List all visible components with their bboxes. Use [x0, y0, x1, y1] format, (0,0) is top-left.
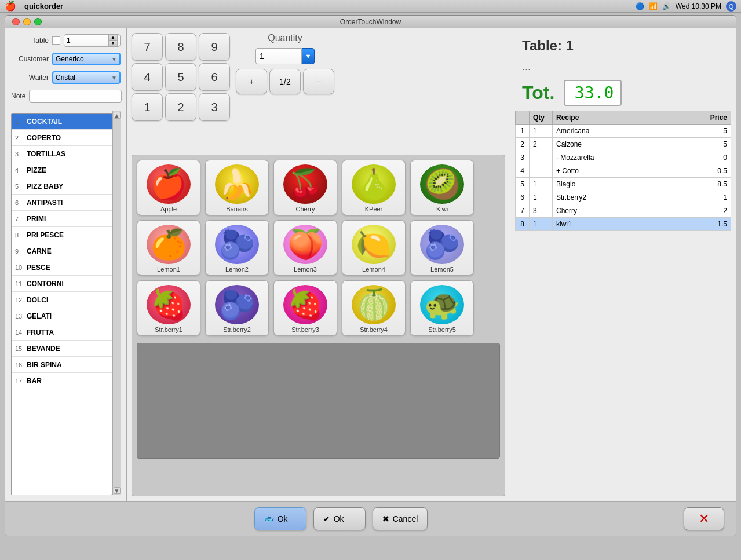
- table-checkbox[interactable]: [52, 36, 60, 45]
- product-item-strberry5[interactable]: 🐢 Str.berry5: [410, 280, 474, 336]
- order-table-row[interactable]: 3 - Mozzarella 0: [516, 151, 731, 164]
- product-icon-lemon4: 🍋: [351, 224, 397, 265]
- note-input[interactable]: [29, 90, 122, 103]
- stepper-down[interactable]: ▼: [108, 41, 118, 46]
- order-table-row[interactable]: 7 3 Cherry 2: [516, 204, 731, 218]
- category-item-pripesce[interactable]: 8 PRI PESCE: [12, 227, 112, 243]
- order-qty: [530, 151, 553, 164]
- table-number-input[interactable]: 1 ▲ ▼: [64, 34, 121, 47]
- category-item-coperto[interactable]: 2 COPERTO: [12, 130, 112, 146]
- scroll-down-arrow[interactable]: ▼: [114, 487, 121, 494]
- numpad-btn-2[interactable]: 2: [165, 93, 196, 121]
- waiter-value: Cristal: [56, 74, 75, 82]
- qty-minus-btn[interactable]: −: [303, 69, 334, 94]
- product-icon-kiwi: 🥝: [419, 164, 465, 204]
- order-tbody: 1 1 Americana 5 2 2 Calzone 5 3 - Mozzar…: [516, 125, 731, 231]
- ok-secondary-button[interactable]: ✔ Ok: [313, 507, 366, 530]
- product-item-banans[interactable]: 🍌 Banans: [205, 160, 269, 215]
- order-row-num: 7: [516, 204, 530, 218]
- order-table-row[interactable]: 8 1 kiwi1 1.5: [516, 218, 731, 231]
- stepper-up[interactable]: ▲: [108, 35, 118, 41]
- minimize-button[interactable]: [23, 18, 31, 25]
- category-item-pesce[interactable]: 10 PESCE: [12, 259, 112, 276]
- product-icon-lemon2: 🫐: [214, 224, 260, 265]
- product-name: Str.berry1: [155, 326, 182, 333]
- numpad-btn-3[interactable]: 3: [199, 93, 230, 121]
- order-table-row[interactable]: 4 + Cotto 0.5: [516, 164, 731, 178]
- category-item-pizze[interactable]: 4 PIZZE: [12, 162, 112, 178]
- category-item-pizzbaby[interactable]: 5 PIZZ BABY: [12, 178, 112, 195]
- apple-menu[interactable]: 🍎: [5, 1, 16, 12]
- customer-select[interactable]: Generico ▼: [52, 53, 121, 65]
- category-item-cocktail[interactable]: 1 COCKTAIL: [12, 114, 112, 130]
- category-row-num: 16: [15, 361, 27, 368]
- cancel-button[interactable]: ✖ Cancel: [373, 507, 428, 530]
- order-price: 0: [702, 151, 731, 164]
- category-scrollbar[interactable]: ▲ ▼: [112, 111, 121, 495]
- category-name: GELATI: [27, 312, 52, 320]
- category-item-bevande[interactable]: 15 BEVANDE: [12, 341, 112, 357]
- product-item-lemon3[interactable]: 🍑 Lemon3: [273, 220, 337, 276]
- product-item-cherry[interactable]: 🍒 Cherry: [273, 160, 337, 215]
- product-name: Apple: [160, 206, 177, 213]
- category-item-contorni[interactable]: 11 CONTORNI: [12, 276, 112, 292]
- category-item-dolci[interactable]: 12 DOLCI: [12, 292, 112, 308]
- category-name: CARNE: [27, 247, 52, 255]
- qty-plus-btn[interactable]: +: [236, 69, 267, 94]
- product-item-lemon5[interactable]: 🫐 Lemon5: [410, 220, 474, 276]
- app-name[interactable]: quickorder: [24, 2, 63, 10]
- product-item-lemon4[interactable]: 🍋 Lemon4: [342, 220, 406, 276]
- category-item-frutta[interactable]: 14 FRUTTA: [12, 324, 112, 341]
- category-item-bar[interactable]: 17 BAR: [12, 373, 112, 389]
- product-item-kiwi[interactable]: 🥝 Kiwi: [410, 160, 474, 215]
- col-header-price: Price: [702, 111, 731, 125]
- product-item-lemon2[interactable]: 🫐 Lemon2: [205, 220, 269, 276]
- numpad-btn-9[interactable]: 9: [199, 33, 230, 61]
- category-item-carne[interactable]: 9 CARNE: [12, 243, 112, 259]
- category-name: FRUTTA: [27, 328, 54, 336]
- fish-icon: 🐟: [264, 514, 274, 524]
- product-name: Str.berry3: [291, 326, 319, 333]
- category-item-birspina[interactable]: 16 BIR SPINA: [12, 357, 112, 373]
- scroll-up-arrow[interactable]: ▲: [114, 112, 121, 119]
- window-titlebar: OrderTouchWindow: [5, 16, 736, 28]
- order-table-row[interactable]: 6 1 Str.berry2 1: [516, 191, 731, 204]
- product-item-strberry2[interactable]: 🫐 Str.berry2: [205, 280, 269, 336]
- ok-primary-button[interactable]: 🐟 Ok: [254, 507, 306, 530]
- product-item-strberry4[interactable]: 🍈 Str.berry4: [342, 280, 406, 336]
- product-item-apple[interactable]: 🍎 Apple: [137, 160, 200, 215]
- product-icon-banans: 🍌: [214, 164, 260, 204]
- order-table: Qty Recipe Price 1 1 Americana 5 2 2 Cal…: [515, 111, 731, 231]
- qty-half-btn[interactable]: 1/2: [269, 69, 301, 94]
- numpad-btn-4[interactable]: 4: [132, 63, 163, 91]
- numpad-btn-5[interactable]: 5: [165, 63, 196, 91]
- maximize-button[interactable]: [34, 18, 42, 25]
- table-stepper[interactable]: ▲ ▼: [108, 35, 118, 46]
- product-icon-lemon5: 🫐: [419, 224, 465, 265]
- numpad-btn-1[interactable]: 1: [132, 93, 163, 121]
- category-item-gelati[interactable]: 13 GELATI: [12, 308, 112, 324]
- order-row-num: 3: [516, 151, 530, 164]
- numpad-btn-8[interactable]: 8: [165, 33, 196, 61]
- product-item-kpeer[interactable]: 🍐 KPeer: [342, 160, 406, 215]
- waiter-select[interactable]: Cristal ▼: [52, 71, 121, 84]
- numpad-btn-7[interactable]: 7: [132, 33, 163, 61]
- order-table-row[interactable]: 1 1 Americana 5: [516, 125, 731, 138]
- numpad-btn-6[interactable]: 6: [199, 63, 230, 91]
- close-button[interactable]: [12, 18, 20, 25]
- category-item-tortillas[interactable]: 3 TORTILLAS: [12, 146, 112, 162]
- order-qty: 1: [530, 178, 553, 191]
- quantity-dropdown-btn[interactable]: ▼: [302, 48, 315, 64]
- delete-button[interactable]: ✕: [684, 507, 724, 530]
- mac-top-left: 🍎 quickorder: [5, 1, 63, 12]
- order-table-row[interactable]: 2 2 Calzone 5: [516, 138, 731, 151]
- order-table-row[interactable]: 5 1 Biagio 8.5: [516, 178, 731, 191]
- x-icon: ✖: [382, 514, 389, 524]
- product-item-lemon1[interactable]: 🍊 Lemon1: [137, 220, 200, 276]
- product-item-strberry3[interactable]: 🍓 Str.berry3: [273, 280, 337, 336]
- product-name: Str.berry5: [428, 326, 456, 333]
- quantity-input[interactable]: [255, 48, 302, 64]
- category-item-primi[interactable]: 7 PRIMI: [12, 211, 112, 227]
- category-item-antipasti[interactable]: 6 ANTIPASTI: [12, 195, 112, 211]
- product-item-strberry1[interactable]: 🍓 Str.berry1: [137, 280, 200, 336]
